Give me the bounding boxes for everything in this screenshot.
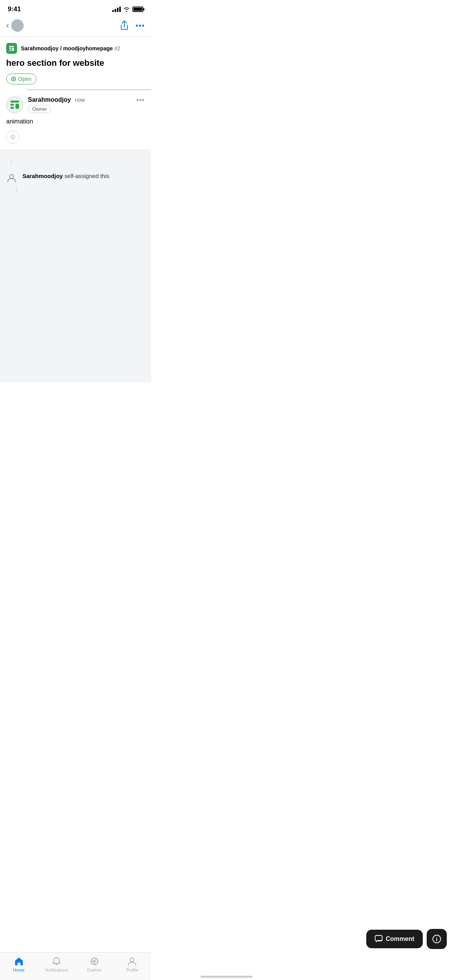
wifi-icon bbox=[123, 7, 130, 12]
comment-meta: Sarahmoodjoy now Owner bbox=[28, 96, 136, 113]
svg-rect-6 bbox=[10, 107, 14, 109]
signal-icon bbox=[112, 7, 121, 12]
emoji-reaction-button[interactable]: ☺ bbox=[6, 130, 19, 144]
person-icon bbox=[6, 173, 17, 183]
nav-bar: ‹ ••• bbox=[0, 16, 151, 36]
status-bar: 9:41 bbox=[0, 0, 151, 16]
comment-header: Sarahmoodjoy now Owner ••• bbox=[6, 96, 145, 113]
more-button[interactable]: ••• bbox=[136, 21, 145, 30]
activity-line bbox=[11, 159, 12, 166]
share-icon[interactable] bbox=[120, 21, 129, 31]
comment-section: Sarahmoodjoy now Owner ••• animation ☺ bbox=[0, 90, 151, 150]
nav-right: ••• bbox=[120, 21, 145, 31]
activity-item bbox=[6, 156, 145, 169]
activity-section: Sarahmoodjoy self-assigned this bbox=[0, 150, 151, 382]
activity-text: Sarahmoodjoy self-assigned this bbox=[22, 172, 109, 180]
svg-point-8 bbox=[10, 175, 14, 178]
issue-status-badge: Open bbox=[6, 74, 36, 84]
svg-rect-4 bbox=[10, 101, 19, 103]
issue-header: Sarahmoodjoy / moodjoyhomepage #2 hero s… bbox=[0, 37, 151, 89]
status-time: 9:41 bbox=[8, 5, 21, 13]
nav-left: ‹ bbox=[6, 19, 24, 32]
battery-icon bbox=[132, 7, 143, 12]
svg-rect-2 bbox=[9, 50, 11, 51]
repo-icon bbox=[6, 43, 17, 54]
back-button[interactable]: ‹ bbox=[6, 21, 9, 30]
avatar bbox=[11, 19, 24, 32]
breadcrumb: Sarahmoodjoy / moodjoyhomepage #2 bbox=[6, 43, 145, 54]
svg-rect-5 bbox=[10, 104, 14, 106]
breadcrumb-text: Sarahmoodjoy / moodjoyhomepage #2 bbox=[21, 45, 120, 51]
svg-rect-0 bbox=[9, 46, 14, 47]
comment-author: Sarahmoodjoy bbox=[28, 96, 71, 103]
activity-line-2 bbox=[17, 187, 17, 193]
owner-badge: Owner bbox=[28, 105, 51, 113]
svg-rect-3 bbox=[12, 48, 14, 51]
svg-rect-1 bbox=[9, 48, 11, 49]
comment-body: animation bbox=[6, 118, 145, 125]
comment-time: now bbox=[75, 97, 85, 103]
svg-rect-7 bbox=[15, 104, 19, 109]
status-dot-icon bbox=[11, 77, 16, 81]
status-icons bbox=[112, 7, 143, 12]
activity-item-assign: Sarahmoodjoy self-assigned this bbox=[6, 169, 145, 187]
issue-title: hero section for website bbox=[6, 58, 145, 69]
comment-options-button[interactable]: ••• bbox=[136, 96, 145, 105]
comment-avatar bbox=[6, 96, 23, 113]
